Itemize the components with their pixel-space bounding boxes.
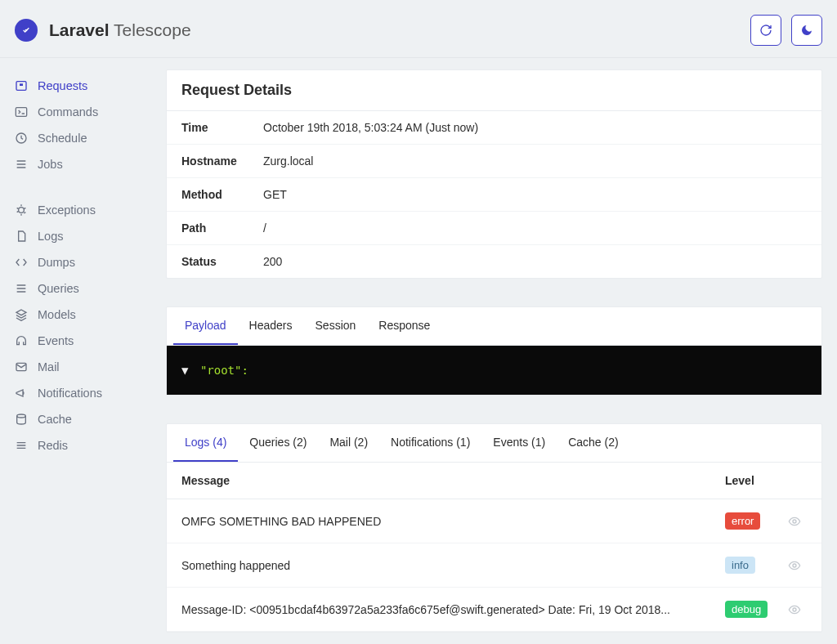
- sidebar-item-schedule[interactable]: Schedule: [15, 125, 151, 151]
- view-entry-button[interactable]: [782, 559, 807, 572]
- svg-rect-3: [20, 83, 23, 86]
- detail-value: Zurg.local: [263, 154, 313, 168]
- terminal-icon: [15, 105, 28, 119]
- payload-json-viewer: ▼ "root":: [167, 346, 821, 395]
- megaphone-icon: [15, 387, 28, 400]
- log-level: info: [725, 557, 782, 574]
- log-message: OMFG SOMETHING BAD HAPPENED: [181, 515, 725, 528]
- logs-table-header: Message Level: [167, 463, 821, 499]
- sidebar-item-label: Requests: [38, 79, 87, 92]
- related-tabs: Logs (4)Queries (2)Mail (2)Notifications…: [167, 424, 821, 463]
- sidebar-item-redis[interactable]: Redis: [15, 432, 151, 458]
- eye-icon: [788, 515, 801, 528]
- view-entry-button[interactable]: [782, 515, 807, 528]
- tab-mail[interactable]: Mail (2): [318, 424, 379, 462]
- list-icon: [15, 282, 28, 295]
- tab-response[interactable]: Response: [367, 307, 441, 345]
- sidebar-item-label: Logs: [38, 230, 63, 243]
- request-details-card: Request Details TimeOctober 19th 2018, 5…: [166, 69, 822, 279]
- level-badge-info: info: [725, 557, 755, 574]
- headphones-icon: [15, 334, 28, 347]
- bug-icon: [15, 203, 28, 217]
- detail-label: Time: [181, 121, 263, 134]
- tab-cache[interactable]: Cache (2): [557, 424, 629, 462]
- sidebar-item-label: Schedule: [38, 132, 87, 145]
- sidebar-item-notifications[interactable]: Notifications: [15, 380, 151, 406]
- view-entry-button[interactable]: [782, 603, 807, 616]
- log-row: OMFG SOMETHING BAD HAPPENEDerror: [167, 499, 821, 543]
- json-root-key: "root":: [200, 364, 248, 377]
- sidebar-item-dumps[interactable]: Dumps: [15, 249, 151, 275]
- file-icon: [15, 230, 28, 243]
- telescope-logo-icon: [15, 19, 38, 42]
- database-icon: [15, 413, 28, 426]
- detail-value: October 19th 2018, 5:03:24 AM (Just now): [263, 121, 478, 134]
- sidebar-item-logs[interactable]: Logs: [15, 223, 151, 249]
- sidebar-item-jobs[interactable]: Jobs: [15, 151, 151, 177]
- sidebar-item-commands[interactable]: Commands: [15, 99, 151, 125]
- svg-point-11: [793, 608, 796, 611]
- related-entries-card: Logs (4)Queries (2)Mail (2)Notifications…: [166, 423, 822, 633]
- tab-queries[interactable]: Queries (2): [238, 424, 318, 462]
- detail-row-method: MethodGET: [167, 178, 821, 212]
- tab-logs[interactable]: Logs (4): [173, 424, 238, 462]
- code-icon: [15, 256, 28, 269]
- detail-label: Hostname: [181, 154, 263, 168]
- sidebar-item-label: Cache: [38, 413, 72, 426]
- detail-label: Method: [181, 188, 263, 201]
- log-level: error: [725, 512, 782, 530]
- layers-icon: [15, 308, 28, 321]
- refresh-button[interactable]: [750, 15, 781, 46]
- detail-value: GET: [263, 188, 287, 201]
- payload-card: PayloadHeadersSessionResponse ▼ "root":: [166, 306, 822, 396]
- json-collapse-toggle[interactable]: ▼: [181, 364, 188, 377]
- stack-icon: [15, 439, 28, 452]
- refresh-icon: [759, 24, 772, 37]
- log-row: Something happenedinfo: [167, 543, 821, 588]
- card-title: Request Details: [167, 70, 821, 111]
- svg-point-6: [19, 208, 25, 213]
- log-message: Something happened: [181, 559, 725, 572]
- sidebar-item-label: Models: [38, 308, 76, 321]
- sidebar-item-label: Exceptions: [38, 203, 96, 217]
- log-message: Message-ID: <00951bcdaf4b63972a5a233fa6c…: [181, 603, 725, 616]
- sidebar-item-queries[interactable]: Queries: [15, 275, 151, 302]
- tab-headers[interactable]: Headers: [238, 307, 304, 345]
- sidebar-item-cache[interactable]: Cache: [15, 406, 151, 432]
- detail-value: 200: [263, 255, 282, 268]
- tab-events[interactable]: Events (1): [481, 424, 557, 462]
- detail-row-hostname: HostnameZurg.local: [167, 145, 821, 178]
- detail-row-path: Path/: [167, 212, 821, 245]
- log-row: Message-ID: <00951bcdaf4b63972a5a233fa6c…: [167, 588, 821, 632]
- sidebar-item-label: Mail: [38, 360, 60, 373]
- level-badge-error: error: [725, 512, 760, 530]
- eye-icon: [788, 559, 801, 572]
- sidebar-item-label: Events: [38, 334, 74, 347]
- sidebar-item-label: Dumps: [38, 256, 75, 269]
- moon-icon: [800, 24, 813, 37]
- sidebar-item-label: Redis: [38, 439, 68, 452]
- detail-label: Path: [181, 221, 263, 235]
- tab-payload[interactable]: Payload: [173, 307, 238, 345]
- sidebar-item-exceptions[interactable]: Exceptions: [15, 197, 151, 223]
- theme-toggle-button[interactable]: [791, 15, 822, 46]
- col-header-message: Message: [181, 474, 725, 487]
- sidebar-item-events[interactable]: Events: [15, 328, 151, 354]
- detail-row-time: TimeOctober 19th 2018, 5:03:24 AM (Just …: [167, 111, 821, 145]
- request-icon: [15, 79, 28, 92]
- clock-icon: [15, 132, 28, 145]
- content-tabs: PayloadHeadersSessionResponse: [167, 307, 821, 346]
- header-actions: [750, 15, 822, 46]
- svg-point-10: [793, 564, 796, 567]
- sidebar-item-mail[interactable]: Mail: [15, 354, 151, 380]
- sidebar-item-label: Notifications: [38, 387, 102, 400]
- sidebar-item-requests[interactable]: Requests: [15, 73, 151, 99]
- tab-notifications[interactable]: Notifications (1): [379, 424, 481, 462]
- app-title: Laravel Telescope: [49, 20, 191, 40]
- tab-session[interactable]: Session: [304, 307, 368, 345]
- col-header-level: Level: [725, 474, 782, 487]
- sidebar-item-label: Commands: [38, 105, 98, 119]
- sidebar-item-models[interactable]: Models: [15, 302, 151, 328]
- log-level: debug: [725, 601, 782, 618]
- detail-value: /: [263, 221, 266, 235]
